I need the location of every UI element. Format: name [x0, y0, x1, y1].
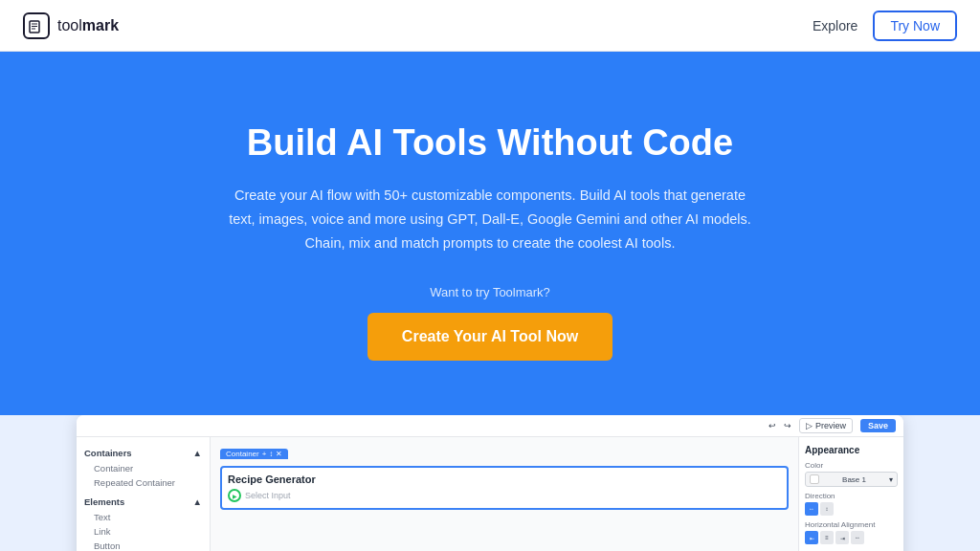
color-prop: Color Base 1 ▾ — [805, 461, 898, 487]
align-stretch-btn[interactable]: ↔ — [851, 531, 864, 544]
hero-subtitle: Create your AI flow with 50+ customizabl… — [222, 184, 758, 254]
hero-section: Build AI Tools Without Code Create your … — [0, 52, 980, 415]
cta-question: Want to try Toolmark? — [430, 285, 550, 299]
sidebar-item-link[interactable]: Link — [77, 524, 210, 539]
hero-title: Build AI Tools Without Code — [247, 121, 733, 165]
sidebar-item-container[interactable]: Container — [77, 461, 210, 475]
explore-link[interactable]: Explore — [813, 18, 858, 33]
save-button[interactable]: Save — [860, 419, 896, 432]
select-input-placeholder[interactable]: Select Input — [245, 491, 291, 500]
sidebar-item-text[interactable]: Text — [77, 510, 210, 524]
preview-window: ↩ ↪ ▷ Preview Save Containers ▲ Containe… — [77, 415, 903, 551]
cursor-icon: ▶ — [228, 489, 241, 502]
direction-h-btn[interactable]: ↔ — [805, 502, 818, 516]
h-align-prop: Horizontal Alignment ⇤ ≡ ⇥ ↔ — [805, 520, 898, 544]
create-tool-button[interactable]: Create Your AI Tool Now — [368, 313, 612, 361]
redo-button[interactable]: ↪ — [784, 421, 791, 430]
properties-title: Appearance — [805, 445, 898, 455]
align-center-btn[interactable]: ≡ — [820, 531, 834, 544]
recipe-generator-label: Recipe Generator — [228, 474, 781, 485]
sidebar-item-button[interactable]: Button — [77, 539, 210, 551]
preview-body: Containers ▲ Container Repeated Containe… — [77, 437, 903, 551]
undo-button[interactable]: ↩ — [768, 421, 776, 430]
preview-section: ↩ ↪ ▷ Preview Save Containers ▲ Containe… — [0, 415, 980, 551]
properties-panel: Appearance Color Base 1 ▾ Direction ↔ ↕ — [798, 437, 903, 551]
align-left-btn[interactable]: ⇤ — [805, 531, 818, 544]
sidebar-item-repeated-container[interactable]: Repeated Container — [77, 475, 210, 490]
preview-topbar: ↩ ↪ ▷ Preview Save — [77, 415, 903, 437]
color-swatch — [810, 474, 819, 484]
preview-sidebar: Containers ▲ Container Repeated Containe… — [77, 437, 211, 551]
container-toolbar: Container +↕✕ — [220, 449, 288, 459]
align-right-btn[interactable]: ⇥ — [835, 531, 849, 544]
canvas-container: Recipe Generator ▶ Select Input — [220, 466, 789, 510]
direction-v-btn[interactable]: ↕ — [820, 502, 834, 516]
nav-actions: Explore Try Now — [813, 11, 957, 41]
try-now-button[interactable]: Try Now — [873, 11, 957, 41]
input-row: ▶ Select Input — [228, 489, 781, 502]
sidebar-containers-header: Containers ▲ — [77, 445, 210, 461]
logo-text: toolmark — [57, 17, 119, 34]
logo-icon — [23, 12, 50, 39]
logo: toolmark — [23, 12, 119, 39]
direction-prop: Direction ↔ ↕ — [805, 492, 898, 516]
preview-button[interactable]: ▷ Preview — [799, 418, 853, 433]
sidebar-elements-header: Elements ▲ — [77, 494, 210, 510]
preview-canvas: Container +↕✕ Recipe Generator ▶ Select … — [211, 437, 798, 551]
navbar: toolmark Explore Try Now — [0, 0, 980, 52]
